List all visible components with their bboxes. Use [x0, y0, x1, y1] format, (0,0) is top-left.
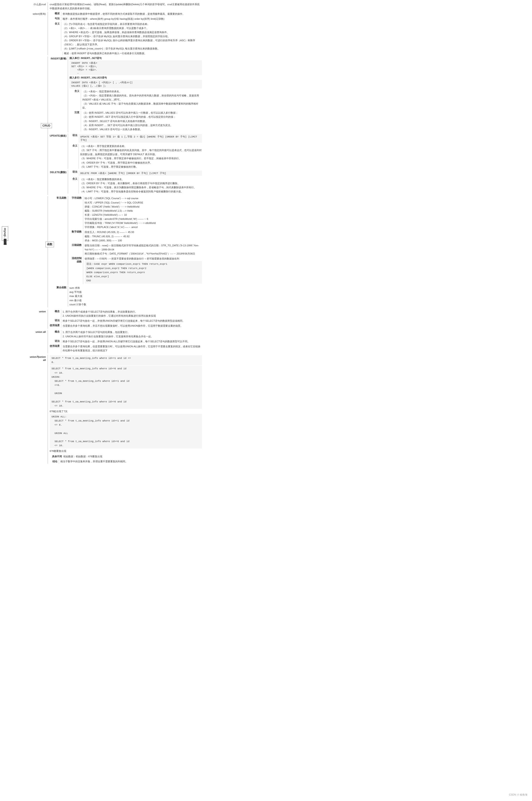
shuzi-row: 数字函数 四舍五入：ROUND (45.926, 2) ------→ 45.9… — [70, 230, 202, 242]
union-all-gainian-content: 1. 用于合并两个或多个SELECT语句的结果集，包括重复行。 2. UNION… — [61, 330, 202, 338]
insert-zhuyi-3: （4）采用 INSERT … SET 语句可以向表中插入部分列的值，这种方式使为… — [82, 123, 202, 127]
insert-zhuyi: 注意 （1）使用 INSERT...VALUES 语句可以向表中插入一行数据，也… — [70, 111, 202, 131]
riqi-row: 日期函数 获取当前日期：now() ○ 按日期格式的字符字转换成指定格式的日期：… — [70, 243, 202, 256]
delete-content: 语法 DELETE FROM <表名> [WHERE 子句] [ORDER BY… — [68, 170, 202, 194]
zongjie-label: 结论 — [50, 459, 59, 463]
select-gailun-label: 概述 — [50, 12, 61, 16]
update-content: 语法 UPDATE <表名> SET 字段 1= 值 1 [,字段 2 = 值2… — [68, 134, 202, 169]
shuzi-0: 四舍五入：ROUND (45.926, 2) ------→ 45.93 — [84, 230, 202, 234]
update-hanyi: 含义 （1）<表名>：用于指定要更新的表名称。 （2）SET 子句：用于指定表中… — [70, 144, 202, 169]
delete-hanyi-2: （3）WHERE 子句：可选项，表示为删除操作限定删除条件，若省略该子句，则代表… — [80, 185, 202, 189]
union-all-gainian-label: 概念 — [50, 330, 61, 338]
union-all-content: 概念 1. 用于合并两个或多个SELECT语句的结果集，包括重复行。 2. UN… — [48, 330, 202, 354]
union-jufa-label: 语法 — [50, 319, 61, 323]
riqi-1: 将日期转换格式子句：DATE_FORMAT（'2004/10/14'，'%Y%m… — [84, 252, 202, 256]
select-hanyi-item-2: （3）WHERE <表达式>：是可选项，如果选择该项，则必须保存查询数据必须满足… — [63, 30, 202, 34]
shuzi-label: 数字函数 — [70, 230, 83, 233]
update-fa: 语法 UPDATE <表名> SET 字段 1= 值 1 [,字段 2 = 值2… — [70, 134, 202, 143]
hanshu-spacer — [27, 196, 48, 197]
liucheng-shiyong: 使用场景：○ 行转列：○ 把某不需要改变的数据放在行 ○ 把可能需要改变的数据放… — [84, 256, 202, 261]
zifu-row: 字符函数 转小写：LOWER ('SQL Course') ·····> sql… — [70, 196, 202, 229]
insert-hanyi-0: （1）<表名>：指定需操作的表名。 — [82, 89, 202, 93]
shuzi-content: 四舍五入：ROUND (45.926, 2) ------→ 45.93 截取：… — [83, 230, 202, 242]
union-jufa-content: 将多个SELECT语句放在一起，并使用UNION关键字将它们连接起来，每个SEL… — [61, 319, 202, 323]
chushi-content: 初始数据：6?8重复出现 — [76, 455, 102, 458]
insert-zhuyi-4: （5）INSERT...VALUES 语句可以一次插入多条数据。 — [82, 127, 202, 131]
main-content: 什么是crud crud是指在计算处理中的增加(Create)、读取(Read)… — [27, 2, 202, 464]
delete-fa-code: DELETE FROM <表名> [WHERE 子句] [ORDER BY 子句… — [78, 171, 202, 176]
union-all-section: union all 概念 1. 用于合并两个或多个SELECT语句的结果集，包括… — [27, 330, 202, 354]
juhe-count: count 计算个数 — [70, 302, 202, 306]
zifu-5: 字符出现索引值：amcdinSTR ('HelloWorld','W') ---… — [84, 217, 202, 221]
juti-label: 具体不同 — [50, 454, 63, 458]
select-hanyi-content: （1）[*|<字段列名>]：包含星号或指定的字段列表，表示所要查询字段的名称。 … — [61, 22, 202, 51]
select-hanyi: 含义 （1）[*|<字段列名>]：包含星号或指定的字段列表，表示所要查询字段的名… — [50, 22, 202, 51]
crud-main-section: INSERT(新增) 插入单行: INSERT...SET语句 INSERT I… — [27, 56, 202, 195]
insert-hanyi-2: （3）VALUES 或 VALUE 子句：该子句包含要插入的数据清单，数据清单中… — [82, 102, 202, 110]
update-section: UPDATE(修改) 语法 UPDATE <表名> SET 字段 1= 值 1 … — [50, 134, 202, 169]
union-all-jufa-content: 将多个SELECT语句放在一起，并使用UNION ALL关键字将它们连接起来，每… — [61, 339, 202, 343]
insert-zhuyi-1: （2）使用 INSERT...SET 语句可以指定插入行中某列的值，也可以指定部… — [82, 115, 202, 119]
zifu-label: 字符函数 — [70, 196, 83, 199]
changyong-label: 常见函数 — [50, 196, 68, 199]
update-hanyi-2: （3）WHERE 子句：可选项，用于限定表中被修改的行。若不指定，则修改表中所有… — [80, 156, 202, 160]
union-code1: SELECT * from t_oa_meeting_info where id… — [50, 355, 202, 365]
union-gainian-1: 2. UNION操作符执行去除重复行的操作，它通过对所有的结果集进行排序比较来实… — [63, 314, 202, 318]
insert-zhuyi-2: （3）INSERT...SELECT 语句向表中插入其他表中的数据。 — [82, 119, 202, 123]
delete-hanyi: 含义 （1）<表名>：指定要删除数据的表名。 （2）ORDER BY 子句：可选… — [70, 177, 202, 194]
changyong-row: 常见函数 字符函数 转小写：LOWER ('SQL Course') ·····… — [50, 196, 202, 285]
liucheng-row: 流程控制函数 使用场景：○ 行转列：○ 把某不需要改变的数据放在行 ○ 把可能需… — [70, 256, 202, 284]
insert-fa2-head: 插入多行: INSERT...VALUES语句 — [70, 76, 202, 79]
zongjie-content: 相当于数学中的交集和并集，所谓去重不需要重复的列相同。 — [59, 459, 202, 463]
union-gainian-0: 1. 用于合并两个或者多个SELECT语句的结果集，并去除重复的行。 — [63, 310, 202, 314]
union-content: 概念 1. 用于合并两个或者多个SELECT语句的结果集，并去除重复的行。 2.… — [48, 310, 202, 329]
insert-zhuyi-label: 注意 — [70, 111, 81, 131]
select-hanyi-item-4: （5）ORDER BY <字段>：语子告诉 MySQL 按什么样的顺序显示查询出… — [63, 38, 202, 46]
union-top-label: union — [27, 310, 48, 313]
select-gailun: 概述 查询数据是指从数据库中根据需求，使用不同的查询方式来获取不同的数据，是使用… — [50, 12, 202, 16]
union-all-jufa-label: 语法 — [50, 339, 61, 343]
zifu-0: 转小写：LOWER ('SQL Course') ·····> sql cour… — [84, 196, 202, 200]
update-hanyi-3: （4）ORDER BY 子句：可选项，用于限定表中行被修改的次序。 — [80, 160, 202, 165]
zifu-content: 转小写：LOWER ('SQL Course') ·····> sql cour… — [83, 196, 202, 229]
select-zhu: 概述：使用 INSERT 语句向数据库已有的表中插入一行或者多行元组数据。 — [62, 52, 202, 55]
insert-section: INSERT(新增) 插入单行: INSERT...SET语句 INSERT I… — [50, 56, 202, 132]
union-gainian-label: 概念 — [50, 310, 61, 318]
union-result2: 6?8都重复出现 — [50, 449, 202, 453]
juhe-min: min 最小值 — [70, 298, 202, 302]
union-all-top-label: union all — [27, 330, 48, 333]
delete-section: DELETE(删除) 语法 DELETE FROM <表名> [WHERE 子句… — [50, 170, 202, 194]
union-example-label: union与union all — [27, 355, 48, 361]
insert-hanyi-content: （1）<表名>：指定需操作的表名。 （2）<列名>：指定需要插入数据的列名。若向… — [81, 89, 202, 110]
liucheng-label: 流程控制函数 — [70, 256, 83, 263]
zifu-6: 字符截取后半段：TRIM ('H' FROM 'HelloWorld') ···… — [84, 221, 202, 225]
select-hanyi-item-0: （1）[*|<字段列名>]：包含星号或指定的字段列表，表示所要查询字段的名称。 — [63, 22, 202, 26]
juhe-avg: avg 平均值 — [70, 290, 202, 294]
zongjie-row: 结论 相当于数学中的交集和并集，所谓去重不需要重复的列相同。 — [50, 459, 202, 463]
union-all-gainian-0: 1. 用于合并两个或多个SELECT语句的结果集，包括重复行。 — [63, 330, 202, 334]
shuzi-1: 截取：TRUNC (45.926, 2) -------→ 45.92 — [84, 234, 202, 239]
union-result1: 6?8处出现了7次 — [50, 409, 202, 413]
select-content: 概述 查询数据是指从数据库中根据需求，使用不同的查询方式来获取不同的数据，是使用… — [48, 12, 202, 55]
union-shiyong: 使用场景 当需要合并多个查询结果，并且不想出现重复值时，可以使用UNION操作符… — [50, 324, 202, 328]
left-main-label: mysql之数据类型、建表以及约束 — [2, 226, 8, 241]
update-hanyi-4: （5）LIMIT 子句：可选项，用于限定被修改的行数。 — [80, 165, 202, 169]
select-hanyi-label: 含义 — [50, 22, 61, 51]
delete-hanyi-3: （4）LIMIT 子句：可选项，用于告知服务器在控制命令被返回到客户端前被删除行… — [80, 189, 202, 193]
hanshu-section: 常见函数 字符函数 转小写：LOWER ('SQL Course') ·····… — [27, 196, 202, 307]
liucheng-content: 使用场景：○ 行转列：○ 把某不需要改变的数据放在行 ○ 把可能需要改变的数据放… — [83, 256, 202, 284]
delete-hanyi-1: （2）ORDER BY 子句：可选项，表示删除时，表各行将按照子句中指定的顺序进… — [80, 181, 202, 185]
insert-fa1: 插入单行: INSERT...SET语句 INSERT INTO <表名> SE… — [70, 56, 202, 75]
insert-content: 插入单行: INSERT...SET语句 INSERT INTO <表名> SE… — [68, 56, 202, 132]
zifu-4: 长度：LENGTH ('HelloWorld') ---→ 10 — [84, 213, 202, 217]
liucheng-fa: 语法：CASE expr WHEN comparison_expr1 THEN … — [84, 261, 202, 284]
delete-hanyi-content: （1）<表名>：指定要删除数据的表名。 （2）ORDER BY 子句：可选项，表… — [78, 177, 202, 194]
zifu-2: 拼接：CONCAT ('Hello','World') ·······> Hel… — [84, 205, 202, 209]
juti-row: 具体不同 初始数据：初始数据：6?8重复出现 — [50, 454, 202, 458]
select-hanyi-item-3: （4）GROUP BY <字段>：语子告诉 MySQL 如何显示查询出来的数据，… — [63, 34, 202, 38]
update-fa-label: 语法 — [70, 134, 78, 143]
union-shiyong-label: 使用场景 — [50, 324, 61, 328]
union-section: union 概念 1. 用于合并两个或者多个SELECT语句的结果集，并去除重复… — [27, 310, 202, 329]
juhe-content: sum 求和 avg 平均值 max 最大值 min 最小值 count 计算个… — [68, 286, 202, 306]
zifu-7: 字符替换：REPLACE ('abcd','b','m') ----→ amcd — [84, 225, 202, 229]
